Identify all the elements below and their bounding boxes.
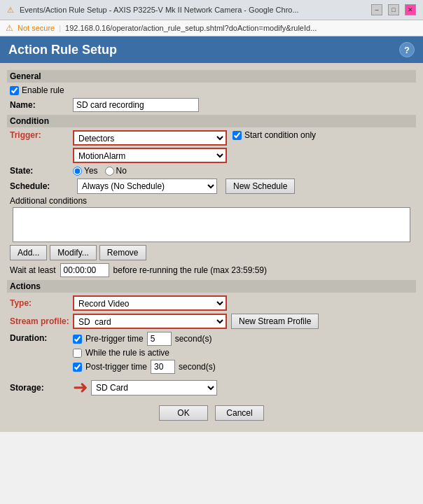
- type-row: Type: Record Video: [7, 295, 416, 311]
- trigger-select-2[interactable]: MotionAlarm: [73, 148, 227, 163]
- storage-label: Storage:: [10, 383, 73, 393]
- condition-section-header: Condition: [7, 115, 416, 127]
- duration-options: Pre-trigger time second(s) While the rul…: [73, 332, 216, 374]
- security-warning-icon: ⚠: [6, 23, 13, 33]
- start-condition-label: Start condition only: [244, 130, 316, 140]
- type-select[interactable]: Record Video: [73, 295, 227, 311]
- duration-label: Duration:: [10, 332, 73, 343]
- maximize-button[interactable]: □: [388, 4, 399, 15]
- browser-controls: – □ ✕: [371, 4, 416, 15]
- state-no-radio[interactable]: [105, 167, 114, 176]
- trigger-row: Trigger: Detectors MotionAlarm Start con…: [7, 130, 416, 163]
- add-modify-row: Add... Modify... Remove: [10, 245, 413, 260]
- address-bar: ⚠ Not secure | 192.168.0.16/operator/act…: [0, 20, 423, 36]
- ok-cancel-row: OK Cancel: [10, 405, 413, 421]
- pre-trigger-row: Pre-trigger time second(s): [73, 332, 216, 346]
- type-label: Type:: [10, 298, 73, 308]
- stream-profile-select[interactable]: SD_card: [73, 314, 227, 329]
- state-yes-item: Yes: [73, 166, 98, 176]
- warning-icon: ⚠: [7, 6, 14, 15]
- additional-conditions-section: Additional conditions: [7, 196, 416, 242]
- state-row: State: Yes No: [7, 166, 416, 176]
- general-section-header: General: [7, 70, 416, 83]
- state-no-item: No: [105, 166, 127, 176]
- add-button[interactable]: Add...: [10, 245, 47, 260]
- state-label: State:: [10, 166, 73, 176]
- post-trigger-row: Post-trigger time second(s): [73, 360, 216, 374]
- while-active-row: While the rule is active: [73, 348, 216, 358]
- stream-profile-row: Stream profile: SD_card New Stream Profi…: [7, 314, 416, 329]
- enable-rule-checkbox[interactable]: [10, 86, 19, 95]
- wait-label: Wait at least: [10, 265, 56, 275]
- url-text: 192.168.0.16/operator/action_rule_setup.…: [65, 24, 317, 32]
- page-header: Action Rule Setup ?: [0, 36, 423, 63]
- help-button[interactable]: ?: [399, 42, 415, 57]
- cancel-button[interactable]: Cancel: [215, 405, 264, 421]
- main-content: Action Rule Setup ? General Enable rule …: [0, 36, 423, 432]
- schedule-select[interactable]: Always (No Schedule): [77, 178, 217, 194]
- close-button[interactable]: ✕: [405, 4, 416, 15]
- additional-conditions-label: Additional conditions: [10, 196, 413, 206]
- not-secure-label: Not secure: [18, 24, 55, 32]
- while-active-label: While the rule is active: [85, 348, 169, 358]
- state-radio-group: Yes No: [73, 166, 127, 176]
- state-no-label: No: [116, 166, 127, 176]
- page-title: Action Rule Setup: [8, 43, 117, 57]
- pre-trigger-unit: second(s): [175, 334, 212, 344]
- remove-button[interactable]: Remove: [99, 245, 146, 260]
- ok-button[interactable]: OK: [159, 405, 208, 421]
- wait-suffix: before re-running the rule (max 23:59:59…: [113, 265, 267, 275]
- post-trigger-unit: second(s): [179, 362, 216, 372]
- storage-select[interactable]: SD Card: [91, 380, 217, 396]
- new-stream-profile-button[interactable]: New Stream Profile: [231, 314, 319, 329]
- browser-titlebar: ⚠ Events/Action Rule Setup - AXIS P3225-…: [0, 0, 423, 20]
- post-trigger-label: Post-trigger time: [85, 362, 147, 372]
- wait-input[interactable]: [60, 263, 109, 277]
- new-schedule-button[interactable]: New Schedule: [226, 178, 295, 194]
- trigger-label: Trigger:: [10, 130, 73, 140]
- trigger-selects: Detectors MotionAlarm: [73, 130, 227, 163]
- arrow-icon: ➜: [73, 377, 88, 398]
- pre-trigger-input[interactable]: [147, 332, 172, 346]
- name-input[interactable]: [73, 98, 199, 112]
- start-condition-checkbox[interactable]: [233, 131, 242, 140]
- state-yes-label: Yes: [84, 166, 98, 176]
- schedule-row: Schedule: Always (No Schedule) New Sched…: [10, 178, 413, 194]
- minimize-button[interactable]: –: [371, 4, 382, 15]
- schedule-label: Schedule:: [10, 181, 73, 191]
- duration-row: Duration: Pre-trigger time second(s) Whi…: [7, 332, 416, 374]
- enable-rule-row: Enable rule: [10, 85, 413, 95]
- storage-row: Storage: ➜ SD Card: [7, 377, 416, 398]
- form-container: General Enable rule Name: Condition Trig…: [0, 63, 423, 432]
- additional-conditions-box: [13, 207, 410, 242]
- post-trigger-input[interactable]: [151, 360, 175, 374]
- enable-rule-label: Enable rule: [22, 85, 64, 95]
- name-row: Name:: [7, 98, 416, 112]
- while-active-checkbox[interactable]: [73, 349, 82, 358]
- post-trigger-checkbox[interactable]: [73, 363, 82, 372]
- modify-button[interactable]: Modify...: [50, 245, 96, 260]
- state-yes-radio[interactable]: [73, 167, 82, 176]
- pre-trigger-checkbox[interactable]: [73, 335, 82, 344]
- trigger-select-1[interactable]: Detectors: [73, 130, 227, 146]
- actions-section-header: Actions: [7, 280, 416, 293]
- browser-title: Events/Action Rule Setup - AXIS P3225-V …: [20, 6, 366, 14]
- pre-trigger-label: Pre-trigger time: [85, 334, 144, 344]
- stream-profile-label: Stream profile:: [10, 316, 73, 326]
- wait-row: Wait at least before re-running the rule…: [10, 263, 413, 277]
- name-label: Name:: [10, 100, 73, 110]
